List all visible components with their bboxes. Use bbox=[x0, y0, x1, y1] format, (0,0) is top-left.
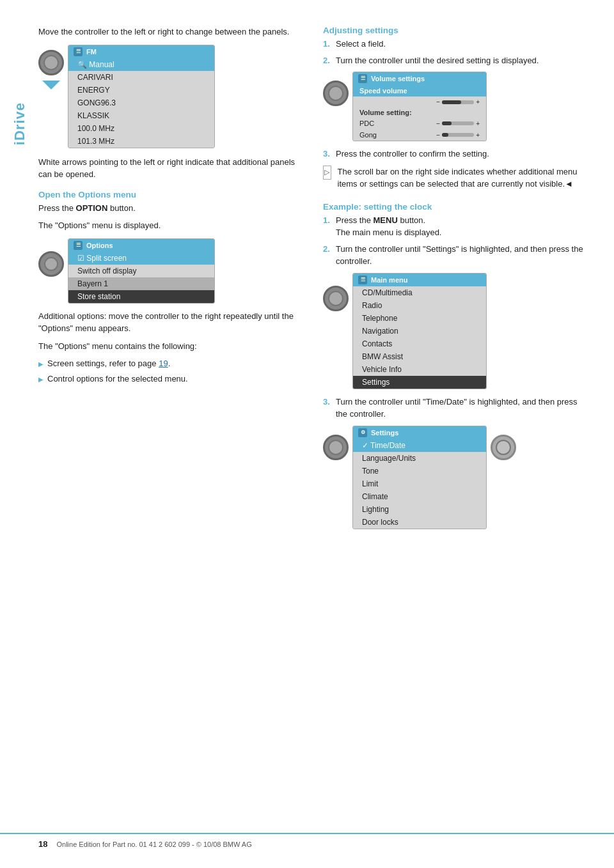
options-knob bbox=[38, 251, 64, 277]
step-text-2: Turn the controller until the desired se… bbox=[336, 54, 539, 67]
vol-pdc-fill bbox=[442, 121, 452, 125]
settings-climate: Climate bbox=[353, 490, 486, 503]
scroll-indicator-icon: ▷ bbox=[323, 166, 331, 180]
scroll-indicator-wrapper: ▷ The scroll bar on the right side indic… bbox=[323, 166, 588, 196]
settings-screen-body: ✓ Time/Date Language/Units Tone Limit Cl… bbox=[353, 439, 486, 529]
options-displayed-text: The "Options" menu is displayed. bbox=[38, 219, 304, 232]
step3-num: 3. bbox=[323, 148, 332, 160]
step3-settings-text: Turn the controller until "Time/Date" is… bbox=[336, 396, 588, 421]
options-screen-wrapper: ☰ Options ☑ Split screen Switch off disp… bbox=[38, 238, 304, 304]
fm-item-carivari: CARIVARI bbox=[68, 71, 214, 84]
page-footer: 18 Online Edition for Part no. 01 41 2 6… bbox=[0, 833, 614, 849]
left-column: Move the controller to the left or right… bbox=[38, 26, 304, 536]
options-item-split: ☑ Split screen bbox=[68, 252, 214, 265]
bullet-item-control: ▶ Control options for the selected menu. bbox=[38, 373, 304, 385]
vol-pdc-minus: − bbox=[436, 120, 440, 127]
options-icon: ☰ bbox=[74, 241, 83, 250]
right-column: Adjusting settings 1. Select a field. 2.… bbox=[323, 26, 588, 536]
ex-text-1: Press the MENU button.The main menu is d… bbox=[336, 214, 441, 239]
fm-screen-body: 🔍 Manual CARIVARI ENERGY GONG96.3 KLASSI… bbox=[68, 58, 214, 148]
step3-text: Press the controller to confirm the sett… bbox=[336, 148, 489, 160]
press-option-post: button. bbox=[107, 203, 135, 213]
ex-num-1: 1. bbox=[323, 214, 332, 239]
bullet-item-screen: ▶ Screen settings, refer to page 19. bbox=[38, 357, 304, 370]
step3-settings-item: 3. Turn the controller until "Time/Date"… bbox=[323, 396, 588, 421]
options-title: Options bbox=[86, 242, 113, 249]
vol-plus: + bbox=[476, 98, 480, 105]
bullet-list: ▶ Screen settings, refer to page 19. ▶ C… bbox=[38, 357, 304, 385]
vol-minus: − bbox=[436, 98, 440, 105]
fm-knob-inner bbox=[43, 55, 59, 70]
main-menu-knob bbox=[323, 286, 349, 311]
fm-icon: ☰ bbox=[74, 47, 83, 56]
page-number: 18 bbox=[38, 839, 47, 849]
vol-speed-row: − + bbox=[353, 97, 486, 107]
step-num-1: 1. bbox=[323, 38, 332, 50]
step-text-1: Select a field. bbox=[336, 38, 386, 50]
main-menu-body: CD/Multimedia Radio Telephone Navigation… bbox=[353, 286, 486, 389]
options-contains-text: The "Options" menu contains the followin… bbox=[38, 340, 304, 353]
arrows-note: White arrows pointing to the left or rig… bbox=[38, 156, 304, 181]
press-option-pre: Press the bbox=[38, 203, 76, 213]
mm-navigation: Navigation bbox=[353, 325, 486, 337]
fm-item-manual: 🔍 Manual bbox=[68, 58, 214, 71]
vol-pdc-plus: + bbox=[476, 120, 480, 127]
vol-speed-slider: − + bbox=[436, 98, 480, 105]
vol-title-bar: ☰ Volume settings bbox=[353, 72, 486, 85]
vol-gong-label: Gong bbox=[359, 131, 377, 139]
options-item-switch: Switch off display bbox=[68, 265, 214, 277]
settings-screen-col: ⚙ Settings ✓ Time/Date Language/Units To… bbox=[352, 426, 487, 529]
adjusting-steps: 1. Select a field. 2. Turn the controlle… bbox=[323, 38, 588, 66]
settings-title-bar: ⚙ Settings bbox=[353, 426, 486, 439]
fm-knob-col bbox=[38, 50, 64, 89]
mm-vehicle: Vehicle Info bbox=[353, 363, 486, 376]
settings-knob-inner bbox=[328, 440, 343, 455]
fm-item-energy: ENERGY bbox=[68, 84, 214, 97]
settings-title: Settings bbox=[371, 429, 398, 437]
vol-knob bbox=[323, 81, 349, 106]
settings-tone: Tone bbox=[353, 465, 486, 477]
sidebar-label: iDrive bbox=[12, 102, 28, 145]
main-menu-screen: ☰ Main menu CD/Multimedia Radio Telephon… bbox=[352, 273, 487, 389]
ex-text-2: Turn the controller until "Settings" is … bbox=[336, 243, 588, 268]
example-step-2: 2. Turn the controller until "Settings" … bbox=[323, 243, 588, 268]
fm-title: FM bbox=[86, 48, 97, 56]
vol-gong-slider: − + bbox=[436, 132, 480, 139]
vol-speed-fill bbox=[442, 100, 461, 104]
bullet-text-1: Screen settings, refer to page 19. bbox=[47, 357, 170, 370]
scroll-indicator-text: The scroll bar on the right side indicat… bbox=[338, 166, 588, 190]
settings-icon: ⚙ bbox=[358, 428, 367, 437]
main-menu-title: Main menu bbox=[371, 276, 407, 284]
step3-list: 3. Press the controller to confirm the s… bbox=[323, 148, 588, 160]
options-knob-inner bbox=[44, 257, 58, 271]
tri-bullet-1: ▶ bbox=[38, 359, 43, 369]
press-option-bold: OPTION bbox=[76, 203, 108, 213]
settings-screen-wrapper: ⚙ Settings ✓ Time/Date Language/Units To… bbox=[323, 426, 588, 529]
mm-cd: CD/Multimedia bbox=[353, 286, 486, 299]
fm-item-gong: GONG96.3 bbox=[68, 97, 214, 109]
vol-pdc-row: PDC − + bbox=[353, 118, 486, 129]
vol-screen: ☰ Volume settings Speed volume − + bbox=[352, 72, 487, 141]
step3-settings-num: 3. bbox=[323, 396, 332, 421]
mm-telephone: Telephone bbox=[353, 312, 486, 325]
fm-title-bar: ☰ FM bbox=[68, 45, 214, 58]
settings-language: Language/Units bbox=[353, 452, 486, 465]
vol-gong-minus: − bbox=[436, 132, 440, 139]
press-option-text: Press the OPTION button. bbox=[38, 202, 304, 215]
settings-knob bbox=[323, 435, 349, 460]
vol-pdc-slider: − + bbox=[436, 120, 480, 127]
fm-item-klassik: KLASSIK bbox=[68, 109, 214, 122]
fm-item-100: 100.0 MHz bbox=[68, 122, 214, 135]
page-link-19[interactable]: 19 bbox=[159, 359, 168, 368]
fm-screen: ☰ FM 🔍 Manual CARIVARI ENERGY GONG96.3 K… bbox=[68, 45, 215, 148]
vol-title: Volume settings bbox=[371, 75, 425, 82]
intro-text: Move the controller to the left or right… bbox=[38, 26, 304, 38]
adjust-step-1: 1. Select a field. bbox=[323, 38, 588, 50]
vol-pdc-label: PDC bbox=[359, 120, 374, 127]
additional-options-text: Additional options: move the controller … bbox=[38, 310, 304, 335]
settings-doorlocks: Door locks bbox=[353, 516, 486, 529]
settings-knob-right-inner bbox=[496, 440, 511, 455]
options-title-bar: ☰ Options bbox=[68, 239, 214, 252]
mm-radio: Radio bbox=[353, 299, 486, 312]
open-options-heading: Open the Options menu bbox=[38, 190, 304, 199]
